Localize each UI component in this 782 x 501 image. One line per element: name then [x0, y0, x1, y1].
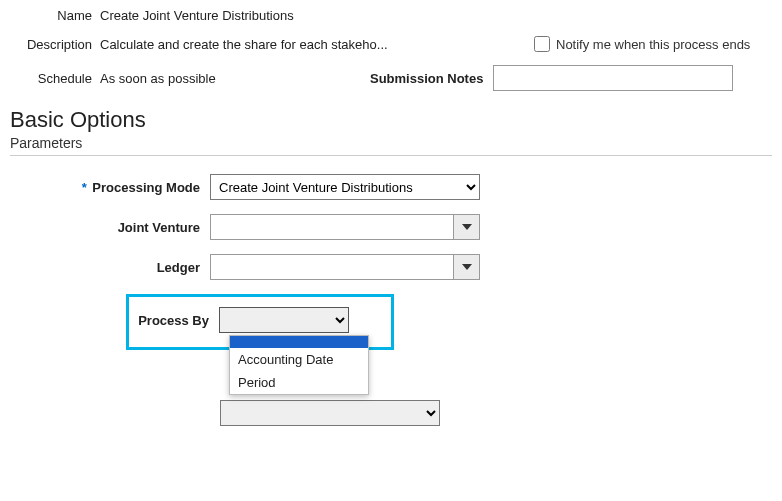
ledger-caret-button[interactable]	[453, 255, 479, 279]
notify-checkbox-group[interactable]: Notify me when this process ends	[530, 33, 750, 55]
schedule-value: As soon as possible	[100, 71, 360, 86]
submission-notes-input[interactable]	[493, 65, 733, 91]
joint-venture-input[interactable]	[211, 215, 453, 239]
ledger-label: Ledger	[10, 260, 210, 275]
process-by-highlight-frame: Process By Accounting Date Period	[126, 294, 394, 350]
notify-checkbox[interactable]	[534, 36, 550, 52]
extra-select[interactable]	[220, 400, 440, 426]
name-value: Create Joint Venture Distributions	[100, 8, 294, 23]
process-by-select[interactable]	[219, 307, 349, 333]
name-label: Name	[10, 8, 100, 23]
notify-label: Notify me when this process ends	[556, 37, 750, 52]
joint-venture-caret-button[interactable]	[453, 215, 479, 239]
schedule-label: Schedule	[10, 71, 100, 86]
required-marker: *	[82, 180, 87, 195]
chevron-down-icon	[462, 224, 472, 230]
processing-mode-label: * Processing Mode	[10, 180, 210, 195]
processing-mode-select[interactable]: Create Joint Venture Distributions	[210, 174, 480, 200]
section-subtitle: Parameters	[10, 135, 772, 151]
ledger-input[interactable]	[211, 255, 453, 279]
joint-venture-label: Joint Venture	[10, 220, 210, 235]
chevron-down-icon	[462, 264, 472, 270]
process-by-option-period[interactable]: Period	[230, 371, 368, 394]
process-by-option-accounting-date[interactable]: Accounting Date	[230, 348, 368, 371]
process-by-option-blank[interactable]	[230, 336, 368, 348]
description-value: Calculate and create the share for each …	[100, 37, 460, 52]
description-label: Description	[10, 37, 100, 52]
section-divider	[10, 155, 772, 156]
process-by-label: Process By	[129, 313, 219, 328]
ledger-combo[interactable]	[210, 254, 480, 280]
joint-venture-combo[interactable]	[210, 214, 480, 240]
process-by-dropdown-menu: Accounting Date Period	[229, 335, 369, 395]
submission-notes-label: Submission Notes	[370, 71, 483, 86]
section-title: Basic Options	[10, 107, 772, 133]
